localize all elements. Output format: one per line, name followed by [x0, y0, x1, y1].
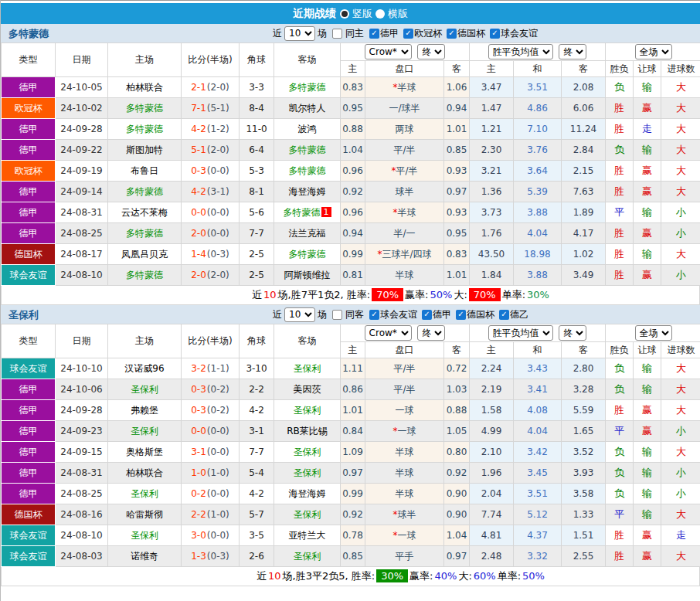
view-mode-radio[interactable]: [375, 9, 385, 19]
home-odds: 0.95: [341, 98, 365, 119]
away-odds: 0.72: [444, 358, 470, 379]
result-cell: 胜: [606, 161, 634, 182]
subcol-avg-draw: 和: [514, 342, 562, 358]
match-date: 24-08-10: [56, 265, 108, 286]
away-team: 法兰克福: [274, 223, 341, 244]
goals-result-cell: 小: [661, 421, 700, 442]
summary-line: 近10场,胜7平1负2, 胜率:70%赢率:50%大:70%单率:30%: [1, 286, 700, 305]
home-odds: 0.97: [341, 463, 365, 484]
match-date: 24-08-31: [56, 202, 108, 223]
corners-cell: 5-3: [240, 161, 274, 182]
same-side-label: 同主: [345, 27, 364, 40]
league-filter-checkbox[interactable]: ✓: [447, 29, 457, 39]
league-filter-checkbox[interactable]: ✓: [499, 310, 509, 320]
avg-final-select[interactable]: 终: [559, 325, 586, 341]
away-odds: 0.85: [444, 140, 470, 161]
away-odds: 0.93: [444, 202, 470, 223]
home-odds: 0.83: [341, 77, 365, 98]
scope-select[interactable]: 全场: [635, 44, 672, 59]
home-odds: 1.09: [341, 442, 365, 463]
team-sections: 多特蒙德 近 10 场 同主 ✓德甲✓欧冠杯✓德国杯✓球会友谊: [1, 24, 700, 586]
avg-final-select[interactable]: 终: [559, 44, 586, 59]
league-cell: 欧冠杯: [2, 98, 56, 119]
avg-home-odds: 3.73: [470, 202, 514, 223]
match-date: 24-09-19: [56, 161, 108, 182]
view-mode-label[interactable]: 竖版: [352, 7, 372, 21]
goals-result-cell: 大: [661, 379, 700, 400]
away-team: 圣保利: [274, 504, 341, 525]
away-odds: 0.94: [444, 98, 470, 119]
home-team: 多特蒙德: [108, 119, 182, 140]
score-cell: 3-0(0-0): [182, 525, 240, 546]
col-header-away: 客场: [274, 324, 341, 358]
corners-cell: 3-3: [240, 77, 274, 98]
match-date: 24-09-22: [56, 140, 108, 161]
avg-away-odds: 1.65: [562, 421, 606, 442]
home-odds: 1.04: [341, 140, 365, 161]
avg-away-odds: 1.51: [562, 525, 606, 546]
avg-home-odds: 1.36: [470, 182, 514, 202]
league-cell: 德甲: [2, 140, 56, 161]
subcol-avg-away: 客: [562, 61, 606, 77]
score-cell: 2-0(2-0): [182, 265, 240, 286]
avg-home-odds: 1.21: [470, 119, 514, 140]
goals-result-cell: 大: [661, 358, 700, 379]
result-cell: 胜: [606, 265, 634, 286]
home-team: 哈雷斯彻: [108, 504, 182, 525]
subcol-goals: 进球数: [661, 342, 700, 358]
col-header-corner: 角球: [240, 43, 274, 77]
view-mode-label[interactable]: 横版: [388, 7, 408, 21]
away-team: 海登海姆: [274, 484, 341, 504]
avg-home-odds: 2.24: [470, 358, 514, 379]
away-team: 圣保利: [274, 546, 341, 567]
col-header-date: 日期: [56, 324, 108, 358]
match-date: 24-08-16: [56, 504, 108, 525]
handicap-cell: *一球: [365, 525, 444, 546]
home-odds: 0.86: [341, 379, 365, 400]
handicap-result-cell: 赢: [634, 98, 661, 119]
home-odds: 1.11: [341, 358, 365, 379]
goals-result-cell: 大: [661, 504, 700, 525]
league-filter-checkbox[interactable]: ✓: [369, 29, 379, 39]
odds-final-select[interactable]: 终: [417, 44, 445, 59]
avg-type-select[interactable]: 胜平负均值: [488, 325, 553, 341]
handicap-cell: 平/半: [365, 140, 444, 161]
handicap-result-cell: 输: [634, 244, 661, 265]
odds-source-select[interactable]: Crow*: [365, 325, 412, 341]
result-cell: 负: [606, 442, 634, 463]
summary-part: 单率:: [498, 570, 521, 582]
same-side-checkbox[interactable]: [332, 310, 342, 320]
handicap-star: *: [391, 165, 396, 176]
match-count-select[interactable]: 10: [284, 307, 315, 322]
match-row: 球会友谊24-10-10汉诺威963-2(1-1)3-10圣保利1.11平/半0…: [2, 358, 700, 379]
league-filter-checkbox[interactable]: ✓: [403, 29, 413, 39]
league-filter-checkbox[interactable]: ✓: [422, 310, 432, 320]
col-header-type: 类型: [2, 324, 56, 358]
col-header-away: 客场: [274, 43, 341, 77]
summary-part: 10: [263, 289, 277, 300]
match-row: 德甲24-08-31云达不莱梅0-0(0-0)5-6多特蒙德10.96*半球0.…: [2, 202, 700, 223]
avg-type-select[interactable]: 胜平负均值: [488, 44, 553, 59]
subcol-handicap-result: 让球: [634, 61, 661, 77]
summary-part: 大:: [458, 570, 471, 582]
match-date: 24-09-28: [56, 400, 108, 421]
away-team: 多特蒙德: [274, 161, 341, 182]
away-team: RB莱比锡: [274, 421, 341, 442]
league-filter-checkbox[interactable]: ✓: [490, 29, 500, 39]
summary-part: 场,胜7平1负2, 胜率:: [278, 289, 371, 300]
match-count-select[interactable]: 10: [284, 26, 315, 41]
avg-draw-odds: 3.88: [514, 202, 562, 223]
avg-draw-odds: 3.45: [514, 463, 562, 484]
away-odds: 0.97: [444, 182, 470, 202]
league-filter-checkbox[interactable]: ✓: [369, 310, 379, 320]
view-mode-radio[interactable]: [340, 9, 349, 19]
scope-select[interactable]: 全场: [635, 325, 672, 341]
subcol-avg-draw: 和: [514, 61, 562, 77]
match-date: 24-08-25: [56, 484, 108, 504]
league-filter-checkbox[interactable]: ✓: [456, 310, 466, 320]
summary-part: 40%: [434, 570, 457, 582]
same-side-checkbox[interactable]: [332, 29, 342, 39]
away-team: 圣保利: [274, 442, 341, 463]
odds-source-select[interactable]: Crow*: [365, 44, 412, 59]
odds-final-select[interactable]: 终: [417, 325, 445, 341]
